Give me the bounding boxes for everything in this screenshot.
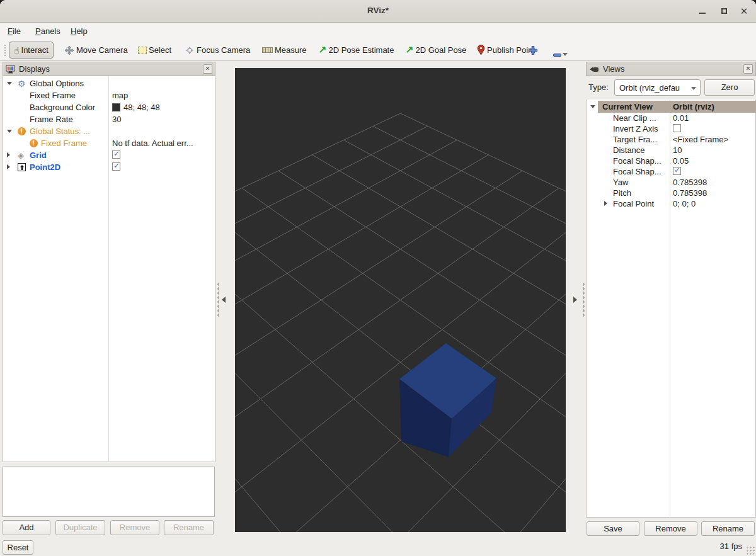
left-splitter-handle[interactable] [217, 282, 219, 317]
row-label: Point2D [30, 161, 60, 173]
expander-icon[interactable] [590, 105, 595, 108]
expander-icon[interactable] [7, 130, 12, 133]
property-row[interactable]: Target Fra...<Fixed Frame> [587, 134, 755, 145]
views-remove-button[interactable]: Remove [644, 521, 697, 536]
tool-label: Select [149, 45, 171, 55]
reset-button[interactable]: Reset [3, 540, 33, 555]
collapse-left-icon[interactable] [222, 297, 226, 303]
tool-publish-point[interactable]: Publish Point [477, 42, 535, 59]
row-label: Focal Shap... [613, 156, 662, 166]
close-button[interactable]: ✕ [737, 5, 751, 18]
fps-counter: 31 fps [720, 542, 742, 551]
property-row[interactable]: Distance10 [587, 145, 755, 156]
tool-2d-pose-estimate[interactable]: ↗2D Pose Estimate [318, 42, 394, 59]
views-panel-header[interactable]: Views ✕ [586, 62, 756, 76]
property-row[interactable]: Yaw0.785398 [587, 177, 755, 188]
checkmark-icon: ✓ [113, 161, 120, 170]
tool-add-tool[interactable] [528, 42, 538, 59]
property-row[interactable]: Near Clip ...0.01 [587, 113, 755, 123]
color-swatch[interactable] [112, 103, 120, 111]
property-row[interactable]: ⚙Global Options [3, 77, 215, 89]
property-row[interactable]: Focal Point0; 0; 0 [587, 198, 755, 209]
row-value[interactable]: 0.785398 [673, 188, 707, 198]
property-row[interactable]: Focal Shap...0.05 [587, 156, 755, 166]
property-row[interactable]: Pitch0.785398 [587, 188, 755, 198]
checkbox[interactable] [673, 124, 681, 132]
row-label: Invert Z Axis [613, 123, 658, 134]
row-value[interactable]: map [112, 89, 128, 101]
displays-panel-title: Displays [19, 64, 50, 74]
displays-panel-header[interactable]: Displays ✕ [3, 62, 215, 76]
tool-label: Measure [275, 45, 307, 55]
green-arrow-icon: ↗ [405, 45, 413, 55]
warning-icon: ! [30, 139, 38, 147]
row-value[interactable]: No tf data. Actual err... [112, 137, 193, 149]
checkmark-icon: ✓ [113, 149, 120, 158]
checkbox[interactable]: ✓ [112, 150, 120, 159]
toolbar-overflow-icon[interactable] [563, 53, 568, 56]
display-row[interactable]: ◈Grid✓ [3, 149, 215, 161]
row-value[interactable]: 0.05 [673, 156, 689, 166]
plus-icon [528, 45, 538, 55]
tool-remove-tool[interactable] [553, 47, 561, 64]
property-row[interactable]: !Global Status: ... [3, 125, 215, 137]
property-row[interactable]: Background Color48; 48; 48 [3, 101, 215, 113]
resize-grip[interactable] [746, 546, 755, 555]
maximize-button[interactable] [717, 5, 731, 18]
views-close-button[interactable]: ✕ [743, 64, 753, 74]
menu-item-panels[interactable]: Panels [34, 25, 62, 38]
titlebar[interactable]: RViz* ✕ [0, 0, 756, 23]
toolbar: ☝InteractMove CameraSelectFocus CameraMe… [0, 39, 756, 61]
toolbar-drag-handle[interactable] [4, 44, 6, 57]
property-row[interactable]: !Fixed FrameNo tf data. Actual err... [3, 137, 215, 149]
views-rename-button[interactable]: Rename [701, 521, 755, 536]
collapse-right-icon[interactable] [573, 297, 577, 303]
add-button[interactable]: Add [3, 520, 50, 535]
row-value[interactable]: 30 [112, 113, 121, 125]
tool-measure[interactable]: Measure [262, 42, 307, 59]
row-label: Focal Shap... [613, 166, 662, 177]
checkbox[interactable]: ✓ [673, 167, 681, 175]
menu-bar: FilePanelsHelp [0, 23, 756, 39]
row-value[interactable]: 0.01 [673, 113, 689, 123]
minimize-icon [699, 13, 706, 14]
menu-item-help[interactable]: Help [69, 25, 89, 38]
property-row[interactable]: Frame Rate30 [3, 113, 215, 125]
view-type-row: Type: Orbit (rviz_defau Zero [586, 79, 756, 96]
expander-icon[interactable] [604, 201, 607, 206]
row-value[interactable]: 48; 48; 48 [123, 101, 160, 113]
tool-select[interactable]: Select [138, 42, 171, 59]
display-row[interactable]: Point2D✓ [3, 161, 215, 173]
row-label: Near Clip ... [613, 113, 656, 123]
row-value[interactable]: 0; 0; 0 [673, 198, 696, 209]
row-value[interactable]: <Fixed Frame> [673, 134, 728, 145]
display-description-box [3, 467, 215, 517]
property-row[interactable]: Focal Shap...✓ [587, 166, 755, 177]
menu-item-file[interactable]: File [6, 25, 22, 38]
checkbox[interactable]: ✓ [112, 162, 120, 171]
row-label: Frame Rate [30, 113, 73, 125]
green-arrow-icon: ↗ [318, 45, 326, 55]
displays-close-button[interactable]: ✕ [203, 64, 212, 74]
window-title: RViz* [0, 6, 756, 15]
tool-move-camera[interactable]: Move Camera [64, 42, 128, 59]
tool-interact[interactable]: ☝Interact [9, 42, 54, 59]
current-view-label: Current View [602, 101, 653, 113]
expander-icon[interactable] [7, 82, 12, 85]
zero-button[interactable]: Zero [704, 79, 755, 96]
right-splitter-handle[interactable] [583, 282, 585, 317]
property-row[interactable]: Fixed Framemap [3, 89, 215, 101]
minimize-button[interactable] [696, 5, 709, 18]
views-save-button[interactable]: Save [587, 521, 639, 536]
tool-2d-goal-pose[interactable]: ↗2D Goal Pose [405, 42, 466, 59]
row-value[interactable]: 10 [673, 145, 682, 156]
view-type-combobox[interactable]: Orbit (rviz_defau [614, 79, 701, 96]
expander-icon[interactable] [7, 164, 10, 169]
ruler-icon [262, 47, 273, 53]
row-value[interactable]: 0.785398 [673, 177, 707, 188]
3d-viewport[interactable] [235, 68, 566, 532]
tool-focus-camera[interactable]: Focus Camera [185, 42, 250, 59]
row-label: Global Options [30, 77, 84, 89]
expander-icon[interactable] [7, 152, 10, 157]
property-row[interactable]: Invert Z Axis [587, 123, 755, 134]
